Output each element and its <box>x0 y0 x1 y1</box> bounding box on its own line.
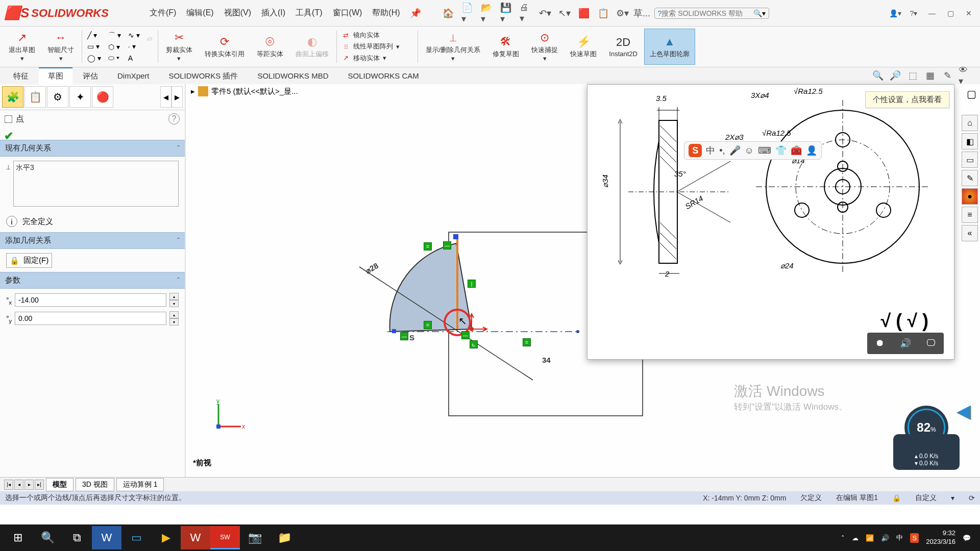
start-button[interactable]: ⊞ <box>3 526 33 549</box>
menu-file[interactable]: 文件(F) <box>150 8 176 18</box>
status-refresh-icon[interactable]: ⟳ <box>969 494 975 502</box>
maximize-icon[interactable]: ▢ <box>943 8 958 19</box>
convert-button[interactable]: ⟳转换实体引用 <box>199 29 250 65</box>
status-lock-icon[interactable]: 🔒 <box>892 494 901 502</box>
menu-edit[interactable]: 编辑(E) <box>186 8 213 18</box>
relation-marker[interactable]: = <box>523 338 531 346</box>
ime-skin-icon[interactable]: 👕 <box>775 145 787 156</box>
bottom-tab-3dview[interactable]: 3D 视图 <box>76 478 114 491</box>
tab-sketch[interactable]: 草图 <box>39 67 72 84</box>
bottom-tab-model[interactable]: 模型 <box>46 478 74 491</box>
feature-tree-tab[interactable]: 🧩 <box>2 86 23 108</box>
user-icon[interactable]: 👤▾ <box>888 8 902 19</box>
rapid-sketch-button[interactable]: ⚡快速草图 <box>565 29 602 65</box>
search-input[interactable] <box>662 9 753 17</box>
undo-icon[interactable]: ↶▾ <box>539 7 551 19</box>
tab-cam[interactable]: SOLIDWORKS CAM <box>339 67 428 84</box>
side-cube-icon[interactable]: ◧ <box>962 133 978 149</box>
reference-image-overlay[interactable]: 3.5 ⌀34 35° SR14 2 3X⌀4 √Ra12.5 2X⌀3 √Ra… <box>587 84 954 360</box>
tray-up-icon[interactable]: ˄ <box>841 534 845 542</box>
x-spin-up[interactable]: ▴ <box>169 293 179 300</box>
display-tab[interactable]: 🔴 <box>92 86 113 108</box>
side-list-icon[interactable]: ≡ <box>962 207 978 223</box>
help-icon[interactable]: ?▾ <box>906 8 921 19</box>
point-tool[interactable]: · ▾ <box>128 42 140 51</box>
save-icon[interactable]: 💾▾ <box>500 7 512 19</box>
property-tab[interactable]: 📋 <box>24 86 46 108</box>
new-icon[interactable]: 📄▾ <box>461 7 474 19</box>
smart-dimension-button[interactable]: ↔智能尺寸▾ <box>42 29 80 65</box>
x-value-input[interactable] <box>15 293 166 307</box>
view-orient-icon[interactable]: ⬚ <box>906 69 919 82</box>
relation-item[interactable]: 水平3 <box>16 163 176 172</box>
side-sheet-icon[interactable]: ▭ <box>962 152 978 168</box>
ime-lang-icon[interactable]: 中 <box>706 144 715 157</box>
menu-help[interactable]: 帮助(H) <box>372 8 400 18</box>
ime-toolbox-icon[interactable]: 🧰 <box>791 145 802 156</box>
ime-keyboard-icon[interactable]: ⌨ <box>758 145 771 156</box>
prev-page-icon[interactable]: ◂ <box>160 86 172 108</box>
polygon-tool[interactable]: ⬡ ▾ <box>108 43 121 51</box>
y-spin-up[interactable]: ▴ <box>169 311 179 318</box>
relation-marker[interactable]: — <box>461 331 470 339</box>
side-tool-icon[interactable]: ✎ <box>962 170 978 186</box>
home-icon[interactable]: 🏠 <box>442 7 454 19</box>
y-value-input[interactable] <box>15 312 166 325</box>
tray-notifications-icon[interactable]: 💬 <box>963 534 971 542</box>
hide-show-icon[interactable]: 👁 ▾ <box>959 69 971 82</box>
taskbar-search-icon[interactable]: 🔍 <box>33 526 62 549</box>
tab-evaluate[interactable]: 评估 <box>74 67 107 84</box>
arc-tool[interactable]: ⌒ ▾ <box>108 31 121 40</box>
instant2d-button[interactable]: 2DInstant2D <box>603 29 643 65</box>
relation-marker[interactable]: ⊾ <box>470 340 478 348</box>
open-icon[interactable]: 📂▾ <box>481 7 493 19</box>
side-expand-icon[interactable]: « <box>962 225 978 241</box>
plane-tool[interactable]: ▱ <box>147 34 153 42</box>
settings-icon[interactable]: ⚙▾ <box>617 7 629 19</box>
display-style-icon[interactable]: ▦ <box>924 69 936 82</box>
tray-wifi-icon[interactable]: 📶 <box>866 534 874 542</box>
bottom-tab-motion[interactable]: 运动算例 1 <box>116 478 164 491</box>
taskbar-app1-icon[interactable]: ▭ <box>121 526 151 549</box>
quicksnap-button[interactable]: ⊙快速捕捉▾ <box>526 29 564 65</box>
tray-ime-label[interactable]: 中 <box>896 533 903 542</box>
relation-marker[interactable]: — <box>400 332 408 340</box>
menu-view[interactable]: 视图(V) <box>224 8 251 18</box>
pin-icon[interactable]: 📌 <box>409 7 422 19</box>
zoom-area-icon[interactable]: 🔎 <box>889 69 901 82</box>
tab-nav-first[interactable]: |◂ <box>4 480 13 490</box>
menu-window[interactable]: 窗口(W) <box>333 8 362 18</box>
section-icon[interactable]: ✎ <box>941 69 953 82</box>
ime-punct-icon[interactable]: •, <box>719 145 725 156</box>
ellipse-tool[interactable]: ⬭ ▾ <box>108 54 121 62</box>
text-tool[interactable]: A <box>128 54 140 62</box>
tab-feature[interactable]: 特征 <box>4 67 38 84</box>
circle-tool[interactable]: ◯ ▾ <box>87 54 101 62</box>
sogou-icon[interactable]: S <box>689 144 702 157</box>
select-icon[interactable]: ↖▾ <box>558 7 571 19</box>
dimension-s[interactable]: S <box>409 333 414 342</box>
section-parameters[interactable]: 参数ˆ <box>0 272 185 289</box>
taskbar-explorer-icon[interactable]: 📁 <box>270 526 299 549</box>
move-button[interactable]: ↗移动实体 ▾ <box>342 54 412 63</box>
panel-help-icon[interactable]: ? <box>168 113 180 124</box>
side-appearance-icon[interactable]: ● <box>962 188 978 205</box>
minimize-icon[interactable]: — <box>925 8 939 19</box>
exit-sketch-button[interactable]: ↗退出草图▾ <box>3 29 41 65</box>
relation-marker[interactable]: — <box>443 241 451 249</box>
dimxpert-tab[interactable]: ✦ <box>69 86 91 108</box>
repair-button[interactable]: 🛠修复草图 <box>487 29 525 65</box>
taskview-icon[interactable]: ⧉ <box>62 526 92 549</box>
sketch-dropdown[interactable]: 草... <box>636 7 648 19</box>
show-relations-button[interactable]: ⟂显示/删除几何关系▾ <box>420 29 486 65</box>
close-icon[interactable]: ✕ <box>962 8 976 19</box>
taskbar-solidworks-icon[interactable]: SW <box>210 526 240 549</box>
tray-cloud-icon[interactable]: ☁ <box>852 534 859 542</box>
tab-nav-next[interactable]: ▸ <box>24 480 34 490</box>
taskbar-wps-icon[interactable]: W <box>181 526 210 549</box>
relations-list[interactable]: 水平3 <box>13 161 179 207</box>
taskbar-media-icon[interactable]: ▶ <box>151 526 181 549</box>
shaded-sketch-button[interactable]: ▲上色草图轮廓 <box>644 29 695 65</box>
status-custom[interactable]: 自定义 <box>915 493 937 503</box>
y-spin-down[interactable]: ▾ <box>169 318 179 325</box>
